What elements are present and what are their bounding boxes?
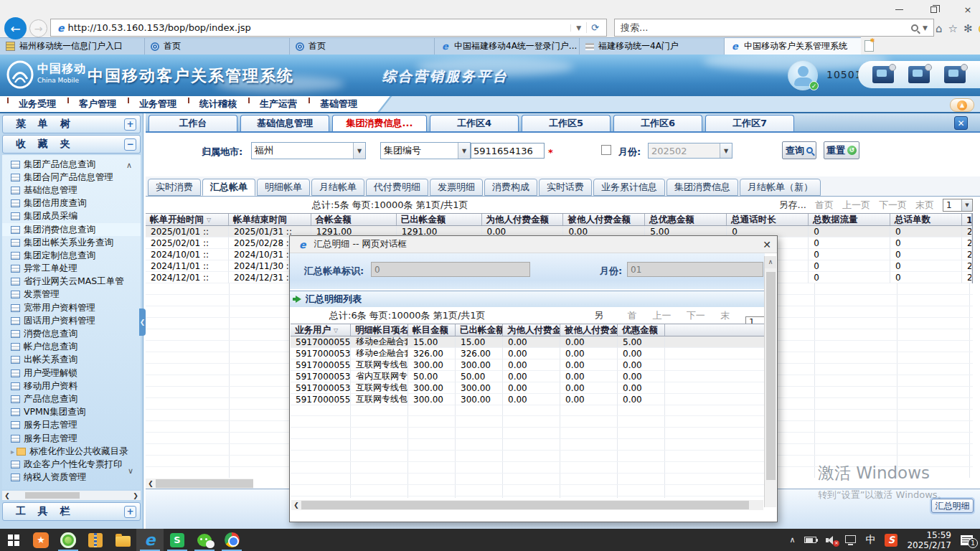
url-text[interactable]: http://10.53.160.153/bop/bop/index.jsp xyxy=(68,22,571,33)
sidebar-item[interactable]: 集团产品信息查询 xyxy=(11,158,141,171)
sidebar-item[interactable]: 集团出帐关系业务查询 xyxy=(11,236,141,249)
prev-page-link[interactable]: 上一页 xyxy=(842,199,870,212)
sidebar-item[interactable]: 集团消费信息查询 xyxy=(2,223,141,236)
table-row[interactable]: 591700005534620 互联网专线包月费 300.00 300.00 0… xyxy=(291,394,765,405)
sidebar-item[interactable]: 纳税人资质管理 xyxy=(11,471,141,484)
scroll-left-icon[interactable]: ❮ xyxy=(2,492,12,499)
taskbar-wechat[interactable] xyxy=(191,529,218,551)
workspace-close-button[interactable]: ✕ xyxy=(954,116,968,130)
menu-item[interactable]: 业务管理 xyxy=(128,98,188,110)
column-header[interactable]: 已出帐金额 xyxy=(456,324,503,336)
user-avatar[interactable]: ✓ xyxy=(788,60,818,90)
column-header[interactable]: 优惠金额 xyxy=(618,324,665,336)
sidebar-item[interactable]: 集团合同产品信息管理 xyxy=(11,171,141,184)
expand-plus-icon[interactable]: + xyxy=(124,506,136,518)
workspace-tab[interactable]: 工作区6 xyxy=(613,115,702,131)
workspace-tab[interactable]: 工作台 xyxy=(149,115,237,131)
browser-tab[interactable]: 首页 xyxy=(290,37,435,55)
sidebar-item[interactable]: 帐户信息查询 xyxy=(11,341,141,354)
table-row[interactable]: 591700005575048 互联网专线包月费 300.00 300.00 0… xyxy=(291,359,765,371)
sidebar-hscrollbar[interactable]: ❮ ❯ xyxy=(2,491,141,500)
sidebar-item[interactable]: 产品信息查询 xyxy=(11,392,141,405)
taskbar-360-browser[interactable] xyxy=(55,529,82,551)
logout-door-icon[interactable] xyxy=(944,66,966,83)
sidebar-section-favorites[interactable]: 收 藏 夹 − xyxy=(2,135,141,154)
browser-tab[interactable]: 福建移动统一4A门户 xyxy=(580,37,725,55)
address-dropdown-icon[interactable]: ▼ xyxy=(570,24,586,32)
chevron-down-icon[interactable]: ▼ xyxy=(961,199,972,211)
scrollbar-thumb[interactable] xyxy=(156,479,253,488)
dialog-title-bar[interactable]: e 汇总明细 -- 网页对话框 ✕ xyxy=(290,236,777,253)
dialog-close-icon[interactable]: ✕ xyxy=(763,239,771,250)
sidebar-collapse-handle[interactable]: ❮ xyxy=(139,309,146,336)
collapse-minus-icon[interactable]: − xyxy=(124,138,136,151)
reset-button[interactable]: 重置 ↺ xyxy=(824,141,859,159)
taskbar-chrome[interactable] xyxy=(218,529,245,551)
sidebar-item[interactable]: 标准化作业公共收藏目录 xyxy=(11,445,141,458)
chevron-down-icon[interactable]: ▼ xyxy=(353,143,365,159)
workspace-tab[interactable]: 工作区5 xyxy=(522,115,611,131)
expand-plus-icon[interactable]: + xyxy=(124,118,136,131)
taskbar-favorites-app[interactable]: ★ xyxy=(27,529,55,551)
forward-button[interactable]: → xyxy=(29,19,47,37)
column-header[interactable]: 总优惠金额 xyxy=(645,214,727,225)
sub-tab[interactable]: 发票明细 xyxy=(430,179,483,196)
column-header[interactable]: 帐单结束时间 xyxy=(229,214,311,225)
next-page-link[interactable]: 下一页 xyxy=(879,199,907,212)
battery-icon[interactable] xyxy=(804,537,816,543)
scrollbar-thumb[interactable] xyxy=(766,272,776,480)
column-header[interactable]: 合帐金额 xyxy=(311,214,397,225)
browser-tab[interactable]: 中国移动客户关系管理系统 xyxy=(725,37,865,55)
favorites-star-icon[interactable]: ☆ xyxy=(948,22,958,35)
city-select[interactable]: 福州 ▼ xyxy=(251,142,366,159)
column-header-partial[interactable]: 1 xyxy=(962,214,972,225)
first-page-link[interactable]: 首页 xyxy=(815,199,834,212)
sidebar-section-menu-tree[interactable]: 菜 单 树 + xyxy=(2,115,141,133)
notification-center-icon[interactable]: 1 xyxy=(961,535,973,545)
sidebar-item[interactable]: 省行业网关云MAS工单管 xyxy=(11,276,141,288)
taskbar-sunlogin[interactable]: S xyxy=(164,529,191,551)
dialog-hscrollbar[interactable]: ❮ xyxy=(291,500,763,510)
column-header[interactable]: 明细帐目项名称 xyxy=(351,324,408,336)
table-row[interactable]: 591700005378077 省内互联网专... 50.00 50.00 0.… xyxy=(291,371,765,382)
sub-tab[interactable]: 业务累计信息 xyxy=(593,179,665,196)
sub-tab[interactable]: 实时话费 xyxy=(539,179,592,196)
back-button[interactable]: ← xyxy=(4,17,27,39)
table-row[interactable]: 591700005378076 移动e企融合套... 326.00 326.00… xyxy=(291,348,765,359)
column-header[interactable]: 被他人付费金额 xyxy=(560,324,618,336)
sidebar-item[interactable]: 用户受理解锁 xyxy=(11,367,141,380)
main-hscrollbar[interactable]: ❮ xyxy=(146,479,253,489)
sub-tab[interactable]: 实时消费 xyxy=(148,179,201,196)
settings-gear-icon[interactable]: ✻ xyxy=(963,22,973,35)
sidebar-item[interactable]: 出帐关系查询 xyxy=(11,354,141,367)
workspace-tab[interactable]: 工作区7 xyxy=(705,115,794,131)
address-bar[interactable]: e http://10.53.160.153/bop/bop/index.jsp… xyxy=(50,19,607,37)
sidebar-item[interactable]: 服务日志管理 xyxy=(11,419,141,432)
sub-tab[interactable]: 月结帐单（新） xyxy=(740,179,821,196)
browser-tab[interactable]: 首页 xyxy=(145,37,290,55)
sub-tab[interactable]: 汇总帐单 xyxy=(202,179,255,196)
new-tab-button[interactable] xyxy=(861,37,877,55)
month-checkbox[interactable] xyxy=(601,145,611,155)
column-header[interactable]: 总通话时长 xyxy=(727,214,809,225)
sub-tab[interactable]: 月结帐单 xyxy=(311,179,364,196)
save-as-link[interactable]: 另存... xyxy=(779,199,806,212)
column-header[interactable]: 总话单数 xyxy=(890,214,962,225)
page-number-select[interactable]: 1 ▼ xyxy=(943,199,973,212)
search-box[interactable]: 搜索... ▼ xyxy=(614,19,934,37)
sidebar-item[interactable]: 固话用户资料管理 xyxy=(11,314,141,327)
scrollbar-thumb[interactable] xyxy=(25,492,80,499)
column-header[interactable]: 总数据流量 xyxy=(809,214,890,225)
scroll-left-icon[interactable]: ❮ xyxy=(146,480,156,487)
sidebar-item[interactable]: 集团定制信息查询 xyxy=(11,249,141,262)
menu-item[interactable]: 生产运营 xyxy=(248,98,308,110)
sub-tab[interactable]: 消费构成 xyxy=(484,179,537,196)
scroll-top-button[interactable]: ▲ xyxy=(950,98,974,112)
menu-item[interactable]: 统计稽核 xyxy=(188,98,248,110)
column-header[interactable]: 帐单开始时间▽ xyxy=(146,214,229,225)
scroll-up-icon[interactable]: ∧ xyxy=(126,161,132,170)
month-select[interactable]: 202502 ▼ xyxy=(648,143,732,159)
scroll-right-icon[interactable]: ❯ xyxy=(131,492,141,499)
monitor-tool-icon[interactable] xyxy=(908,66,930,83)
search-dropdown-icon[interactable]: ▼ xyxy=(923,24,928,32)
